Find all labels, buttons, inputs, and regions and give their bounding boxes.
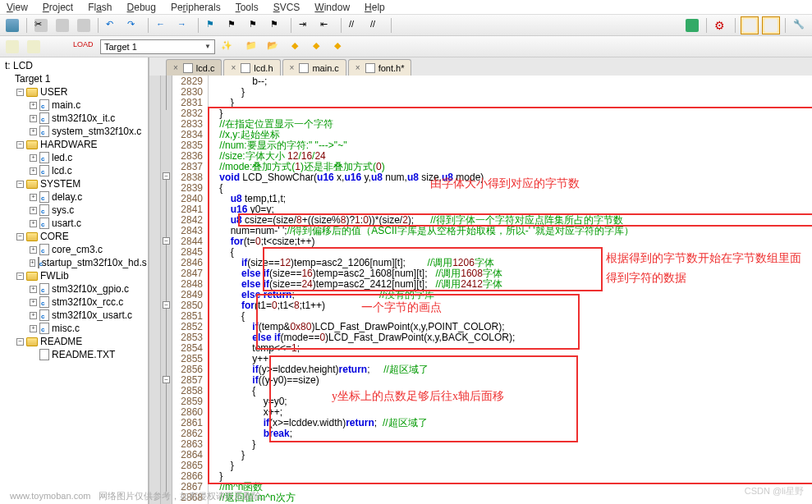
bookmark-next-button[interactable]: ⚑ — [246, 16, 264, 34]
collapse-icon[interactable]: − — [16, 273, 24, 280]
fold-toggle[interactable]: − — [163, 172, 170, 180]
tree-group-readme[interactable]: −README — [2, 335, 146, 348]
expand-icon[interactable]: + — [30, 194, 37, 201]
tree-group-hardware[interactable]: −HARDWARE — [2, 138, 146, 151]
tb-g[interactable]: ◆ — [332, 38, 350, 56]
debug-button[interactable]: ⚙ — [712, 16, 730, 34]
tree-root[interactable]: t: LCD — [2, 59, 146, 72]
tree-target[interactable]: Target 1 — [2, 72, 146, 85]
tree-file[interactable]: +lcd.c — [2, 164, 146, 177]
menu-debug[interactable]: Debug — [127, 2, 156, 14]
undo-button[interactable]: ↶ — [103, 16, 122, 34]
config-button[interactable]: 🔧 — [791, 16, 809, 34]
bookmark-clear-button[interactable]: ⚑ — [268, 16, 286, 34]
tree-file[interactable]: +stm32f10x_it.c — [2, 112, 146, 125]
tree-file[interactable]: +usart.c — [2, 217, 146, 230]
menu-peripherals[interactable]: Peripherals — [171, 2, 221, 14]
tree-group-core[interactable]: −CORE — [2, 230, 146, 243]
tb-e[interactable]: ◆ — [289, 38, 307, 56]
expand-icon[interactable]: + — [30, 154, 37, 162]
tree-file[interactable]: +stm32f10x_gpio.c — [2, 282, 146, 296]
menu-svcs[interactable]: SVCS — [273, 2, 300, 14]
expand-icon[interactable]: + — [30, 207, 37, 214]
indent-button[interactable]: ⇥ — [296, 16, 314, 34]
expand-icon[interactable]: + — [30, 220, 37, 227]
translate-button[interactable] — [46, 38, 64, 56]
menu-tools[interactable]: Tools — [236, 2, 259, 14]
menu-flash[interactable]: Flash — [88, 2, 112, 14]
tree-file[interactable]: +led.c — [2, 151, 146, 164]
code-editor[interactable]: − − − − 28292830283128322833283428352836… — [149, 76, 812, 504]
tree-file[interactable]: +main.c — [2, 99, 146, 112]
tree-file[interactable]: +misc.c — [2, 322, 146, 335]
rebuild-button[interactable] — [25, 38, 43, 56]
paste-button[interactable] — [75, 16, 93, 34]
tab-lcd-h[interactable]: ×lcd.h — [223, 59, 280, 76]
expand-icon[interactable]: + — [30, 259, 35, 267]
expand-icon[interactable]: + — [30, 312, 37, 319]
tree-file[interactable]: +core_cm3.c — [2, 243, 146, 256]
expand-icon[interactable]: + — [30, 128, 37, 135]
tree-file[interactable]: +sys.c — [2, 204, 146, 217]
load-button[interactable]: LOAD — [71, 38, 89, 56]
tree-group-fwlib[interactable]: −FWLib — [2, 269, 146, 282]
tb-f[interactable]: ◆ — [310, 38, 328, 56]
expand-icon[interactable]: + — [30, 246, 37, 254]
cut-button[interactable]: ✂ — [32, 16, 50, 34]
expand-icon[interactable]: + — [30, 115, 37, 122]
close-icon[interactable]: × — [173, 63, 178, 72]
project-tree[interactable]: t: LCD Target 1 −USER +main.c +stm32f10x… — [0, 57, 148, 504]
code-content[interactable]: b--; } } } //在指定位置显示一个字符 //x,y:起始坐标 //nu… — [209, 76, 812, 504]
fold-toggle[interactable]: − — [163, 301, 170, 309]
collapse-icon[interactable]: − — [16, 141, 24, 149]
bookmark-button[interactable]: ⚑ — [204, 16, 222, 34]
menu-help[interactable]: Help — [365, 2, 385, 14]
tree-group-system[interactable]: −SYSTEM — [2, 177, 146, 190]
comment-button[interactable]: // — [346, 16, 365, 34]
tb-win2[interactable] — [762, 16, 780, 34]
expand-icon[interactable]: + — [30, 286, 37, 293]
tree-group-user[interactable]: −USER — [2, 85, 146, 99]
close-icon[interactable]: × — [231, 63, 236, 72]
options-button[interactable]: ✨ — [218, 38, 236, 56]
tree-file[interactable]: +startup_stm32f10x_hd.s — [2, 256, 146, 269]
bookmark-prev-button[interactable]: ⚑ — [225, 16, 243, 34]
tb-d[interactable]: 📂 — [264, 38, 282, 56]
tab-lcd-c[interactable]: ×lcd.c — [166, 59, 222, 76]
nav-back-button[interactable]: ← — [154, 16, 172, 34]
menu-window[interactable]: Window — [314, 2, 350, 14]
tree-file[interactable]: +stm32f10x_usart.c — [2, 309, 146, 322]
copy-button[interactable] — [53, 16, 71, 34]
fold-toggle[interactable]: − — [163, 237, 170, 245]
collapse-icon[interactable]: − — [16, 338, 24, 346]
collapse-icon[interactable]: − — [16, 89, 24, 96]
tree-file[interactable]: +stm32f10x_rcc.c — [2, 296, 146, 309]
tab-font-h[interactable]: ×font.h* — [348, 59, 412, 76]
menu-view[interactable]: View — [7, 2, 28, 14]
tb-win1[interactable] — [741, 16, 759, 34]
tb-c[interactable]: 📁 — [243, 38, 261, 56]
uncomment-button[interactable]: // — [368, 16, 386, 34]
menu-project[interactable]: Project — [43, 2, 73, 14]
build-button[interactable] — [3, 38, 21, 56]
fold-strip[interactable]: − − − − — [161, 76, 172, 504]
expand-icon[interactable]: + — [30, 167, 37, 175]
tree-file[interactable]: README.TXT — [2, 348, 146, 361]
target-select[interactable]: Target 1 ▼ — [100, 39, 215, 54]
expand-icon[interactable]: + — [30, 102, 37, 109]
nav-fwd-button[interactable]: → — [175, 16, 193, 34]
collapse-icon[interactable]: − — [16, 233, 24, 241]
tree-file[interactable]: +delay.c — [2, 190, 146, 204]
outdent-button[interactable]: ⇤ — [318, 16, 336, 34]
tb-a[interactable] — [662, 16, 680, 34]
close-icon[interactable]: × — [290, 63, 295, 72]
expand-icon[interactable]: + — [30, 325, 37, 332]
close-icon[interactable]: × — [356, 63, 360, 72]
redo-button[interactable]: ↷ — [125, 16, 143, 34]
collapse-icon[interactable]: − — [16, 181, 24, 188]
tab-main-c[interactable]: ×main.c — [282, 59, 346, 76]
tree-file[interactable]: +system_stm32f10x.c — [2, 125, 146, 138]
expand-icon[interactable]: + — [30, 299, 37, 306]
fold-toggle[interactable]: − — [163, 376, 170, 383]
tb-b[interactable] — [683, 16, 701, 34]
